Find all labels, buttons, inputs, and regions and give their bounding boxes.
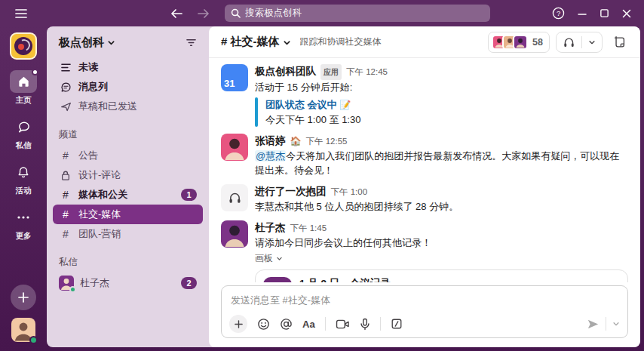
minimize-button[interactable] xyxy=(577,8,587,19)
user-mention[interactable]: @慧杰 xyxy=(255,150,286,162)
dm-avatar xyxy=(59,276,74,291)
filter-icon[interactable] xyxy=(186,38,197,48)
rail-activity-label: 活动 xyxy=(16,186,32,196)
huddle-avatar xyxy=(221,184,248,211)
attach-plus-button[interactable] xyxy=(229,315,247,333)
sidebar-channel-announcements[interactable]: # 公告 xyxy=(53,146,203,165)
rail-item-dms[interactable]: 私信 xyxy=(10,115,37,151)
hamburger-menu-icon[interactable] xyxy=(11,4,32,23)
rail-more-label: 更多 xyxy=(16,231,32,242)
sidebar-channel-design-review[interactable]: 设计-评论 xyxy=(53,165,203,185)
video-clip-button[interactable] xyxy=(336,319,350,330)
new-canvas-button[interactable] xyxy=(609,32,631,53)
left-rail: 主页 私信 活动 xyxy=(0,26,47,351)
channel-header: # 社交-媒体 跟踪和协调社交媒体 58 xyxy=(209,26,640,58)
message-text: 活动于 15 分钟后开始: xyxy=(255,80,628,94)
home-icon xyxy=(17,75,31,88)
message-timestamp[interactable]: 下午 1:00 xyxy=(331,185,368,199)
message-text: 李慧杰和其他 5 位人员的抱团持续了 28 分钟。 xyxy=(255,199,628,214)
workspace-switcher-logo[interactable] xyxy=(10,32,37,60)
hash-icon: # xyxy=(59,228,72,240)
message-duzijie: 杜子杰 下午 1:45 请添加今日同步会议上的任何其他记录！ 画板 xyxy=(221,220,628,282)
calendar-app-avatar[interactable]: 31 xyxy=(221,64,248,91)
headphones-icon xyxy=(557,32,581,52)
send-button[interactable] xyxy=(587,319,600,330)
rail-home-label: 主页 xyxy=(16,95,32,106)
maximize-button[interactable] xyxy=(600,8,609,18)
rail-dms-label: 私信 xyxy=(16,140,32,151)
sidebar-item-drafts[interactable]: 草稿和已发送 xyxy=(53,97,203,116)
event-time: 今天下午 1:00 至 1:30 xyxy=(265,112,360,127)
huddle-button[interactable] xyxy=(556,32,603,53)
message-author[interactable]: 张语婷 xyxy=(255,134,286,148)
format-button[interactable]: Aa xyxy=(302,319,315,330)
presence-dot xyxy=(69,286,76,293)
channel-title[interactable]: # 社交-媒体 xyxy=(221,35,280,49)
unread-badge: 1 xyxy=(181,189,197,201)
search-icon xyxy=(231,8,241,18)
unread-badge: 2 xyxy=(181,277,197,289)
sidebar-channel-social-media[interactable]: # 社交-媒体 xyxy=(53,205,203,224)
sidebar-item-label: 草稿和已发送 xyxy=(78,100,137,113)
sidebar-dm-duzijie[interactable]: 杜子杰 2 xyxy=(53,273,203,293)
channels-section-header[interactable]: 频道 xyxy=(53,128,203,146)
message-timestamp[interactable]: 下午 12:55 xyxy=(305,134,347,149)
main-panel: # 社交-媒体 跟踪和协调社交媒体 58 xyxy=(209,26,640,347)
event-link[interactable]: 团队状态 会议中 xyxy=(265,99,337,110)
channel-label: 设计-评论 xyxy=(78,168,121,182)
bell-icon xyxy=(17,165,30,180)
rail-item-activity[interactable]: 活动 xyxy=(10,161,37,196)
sidebar-channel-team-marketing[interactable]: # 团队-营销 xyxy=(53,224,203,244)
user-avatar[interactable] xyxy=(11,318,35,342)
send-options-chevron[interactable] xyxy=(612,320,620,328)
close-button[interactable] xyxy=(621,8,632,19)
message-author[interactable]: 极点创科团队 xyxy=(255,64,316,79)
sidebar-channel-media-pr[interactable]: # 媒体和公关 1 xyxy=(53,185,203,205)
sidebar-item-unreads[interactable]: 未读 xyxy=(53,57,203,77)
hash-icon: # xyxy=(59,149,72,162)
canvas-card-title: 1 月 9 日，会议记录 xyxy=(299,276,391,282)
message-timestamp[interactable]: 下午 1:45 xyxy=(290,221,327,236)
shortcuts-button[interactable] xyxy=(391,318,403,330)
search-input[interactable]: 搜索极点创科 xyxy=(225,5,490,22)
emoji-button[interactable] xyxy=(257,318,270,331)
chevron-down-icon xyxy=(107,38,115,47)
create-new-button[interactable] xyxy=(11,285,36,310)
composer-placeholder[interactable]: 发送消息至 #社交-媒体 xyxy=(229,292,620,315)
message-text: @慧杰今天将加入我们团队的抱团并报告最新发布情况。大家如果有疑问，可以现在提出来… xyxy=(255,149,628,177)
history-forward-button[interactable] xyxy=(193,4,214,23)
app-window: 搜索极点创科 ? xyxy=(0,0,644,351)
history-back-button[interactable] xyxy=(166,4,187,23)
audio-clip-button[interactable] xyxy=(360,318,370,331)
paper-plane-icon xyxy=(59,101,72,112)
mention-button[interactable] xyxy=(280,318,293,331)
event-quote-bar xyxy=(255,97,258,127)
hash-icon: # xyxy=(59,208,72,220)
channel-label: 媒体和公关 xyxy=(78,188,127,202)
member-facepile[interactable]: 58 xyxy=(488,32,550,53)
workspace-name[interactable]: 极点创科 xyxy=(59,35,104,50)
memo-emoji: 📝 xyxy=(339,100,351,110)
canvas-card[interactable]: 1 月 9 日，会议记录 画板 xyxy=(255,269,628,282)
rail-item-home[interactable]: 主页 xyxy=(10,70,37,106)
message-huddle-summary: 进行了一次抱团 下午 1:00 李慧杰和其他 5 位人员的抱团持续了 28 分钟… xyxy=(221,184,628,214)
channel-label: 社交-媒体 xyxy=(78,208,121,221)
message-author: 进行了一次抱团 xyxy=(255,184,327,199)
attachment-type-toggle[interactable]: 画板 xyxy=(255,251,628,266)
message-author[interactable]: 杜子杰 xyxy=(255,220,286,235)
message-timestamp[interactable]: 下午 12:45 xyxy=(346,65,388,79)
member-avatar[interactable] xyxy=(221,220,248,248)
member-avatar[interactable] xyxy=(221,134,248,161)
threads-icon xyxy=(59,82,72,93)
dms-section-header[interactable]: 私信 xyxy=(53,256,203,273)
channel-topic[interactable]: 跟踪和协调社交媒体 xyxy=(300,35,382,48)
sidebar-item-threads[interactable]: 消息列 xyxy=(53,77,203,97)
message-composer[interactable]: 发送消息至 #社交-媒体 Aa xyxy=(221,285,628,338)
message-list[interactable]: 31 极点创科团队 应用 下午 12:45 活动于 15 分钟后开始: xyxy=(209,58,640,282)
help-button[interactable]: ? xyxy=(552,7,565,20)
huddle-options-chevron[interactable] xyxy=(582,32,602,52)
rail-item-more[interactable]: 更多 xyxy=(10,206,37,242)
search-placeholder: 搜索极点创科 xyxy=(245,7,302,20)
event-block: 团队状态 会议中 📝 今天下午 1:00 至 1:30 xyxy=(255,97,628,127)
message-zhangyuting: 张语婷 🏠 下午 12:55 @慧杰今天将加入我们团队的抱团并报告最新发布情况。… xyxy=(221,134,628,177)
